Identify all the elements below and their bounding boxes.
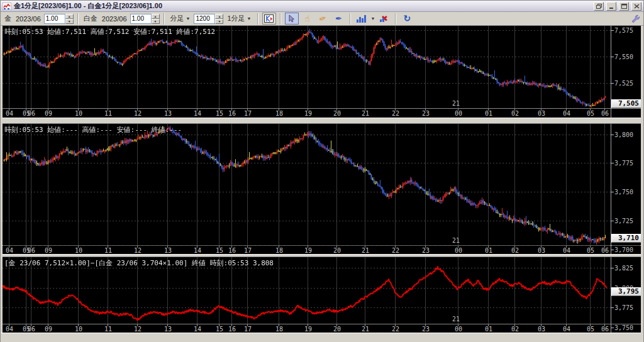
- toolbar: 金 2023/06 ▲▼ 白金 2023/06 ▲▼ 分足 ▼ ▲▼ 1分足 ▼: [1, 12, 643, 26]
- spin-up-icon: ▲: [152, 14, 160, 19]
- time-tick-label: 01: [485, 326, 492, 333]
- time-tick-label: 05: [587, 247, 594, 254]
- time-tick-label: 15: [216, 326, 223, 333]
- time-tick-label: 14: [194, 247, 201, 254]
- price-tick-label: 7,575: [614, 27, 633, 34]
- price-tick: [611, 328, 614, 328]
- window-right-border: [641, 26, 643, 341]
- chart-type-dropdown[interactable]: ▼: [370, 13, 376, 25]
- platinum-multiplier-spinner[interactable]: ▲▼: [130, 14, 160, 24]
- time-tick-label: 18: [275, 247, 283, 254]
- refresh-tool[interactable]: ↻: [400, 13, 414, 25]
- time-tick-label: 04: [6, 326, 13, 333]
- time-tick-label: 17: [244, 110, 252, 117]
- chart-type-tool[interactable]: [355, 13, 369, 25]
- current-price-box: 7,505: [611, 99, 642, 108]
- maximize-button[interactable]: [619, 2, 629, 11]
- time-tick-label: 13: [164, 326, 172, 333]
- value-crosshair-icon: [264, 14, 274, 23]
- price-tick: [611, 307, 614, 308]
- panel-splitter[interactable]: [3, 118, 642, 124]
- select-tool[interactable]: [285, 13, 299, 25]
- time-tick-label: 09: [45, 110, 52, 117]
- time-tick-label: 02: [511, 247, 519, 254]
- pen-tool[interactable]: ✒: [332, 13, 346, 25]
- time-tick-label: 16: [228, 110, 236, 117]
- time-tick-label: 21: [362, 247, 369, 254]
- time-tick-label: 06: [601, 247, 609, 254]
- mini-bars-icon: [380, 14, 384, 22]
- gold-time-axis: 0405060910111213141516171819202122230001…: [3, 108, 642, 118]
- spin-up-icon: ▲: [65, 14, 74, 19]
- pencil-tool[interactable]: ✏: [316, 13, 330, 25]
- time-tick-label: 23: [422, 326, 430, 333]
- separator: [257, 13, 258, 25]
- window-bottom-border: [1, 333, 643, 342]
- gold-ohlc-readout: 時刻:05:53 始値:7,511 高値:7,512 安値:7,511 終値:7…: [4, 27, 215, 36]
- time-tick-label: 21: [362, 326, 369, 333]
- chart-app-window: 金1分足[2023/06]1.00 - 白金1分足[2023/06]1.00 金…: [0, 0, 644, 342]
- time-tick-label: 22: [392, 110, 399, 117]
- time-tick-label: 06: [28, 247, 35, 254]
- time-tick-label: 18: [275, 326, 283, 333]
- price-tick-label: 3,775: [614, 160, 633, 167]
- bar-count-input[interactable]: [194, 14, 215, 24]
- time-tick-label: 05: [587, 110, 594, 117]
- separator: [350, 13, 351, 25]
- bar-chart-icon: [357, 15, 366, 23]
- gold-multiplier-input[interactable]: [44, 14, 65, 24]
- gold-plot: 時刻:05:53 始値:7,511 高値:7,512 安値:7,511 終値:7…: [3, 26, 611, 108]
- chevron-down-icon: ▼: [371, 16, 375, 21]
- time-tick-label: 04: [563, 110, 570, 117]
- price-tick: [611, 83, 614, 84]
- minimize-button[interactable]: [606, 2, 616, 11]
- time-tick-label: 11: [104, 110, 112, 117]
- time-tick-label: 12: [134, 247, 142, 254]
- price-tick-label: 3,825: [614, 265, 633, 272]
- time-tick-label: 22: [392, 326, 399, 333]
- price-tick: [611, 221, 614, 221]
- float-window-button[interactable]: [594, 2, 604, 11]
- time-tick-label: 01: [485, 247, 492, 254]
- price-tick: [611, 135, 614, 135]
- clear-chart-tool[interactable]: ✖: [377, 13, 391, 25]
- bar-count-spinner[interactable]: ▲▼: [194, 14, 223, 24]
- price-tick-label: 3,750: [614, 324, 633, 331]
- app-chart-icon: [3, 3, 11, 10]
- value-crosshair-tool[interactable]: [262, 13, 276, 25]
- gold-candle-panel: 時刻:05:53 始値:7,511 高値:7,512 安値:7,511 終値:7…: [3, 26, 642, 118]
- time-tick-label: 20: [333, 326, 341, 333]
- time-tick-label: 00: [455, 110, 462, 117]
- pencil-icon: ✏: [318, 14, 328, 24]
- close-button[interactable]: [631, 2, 641, 11]
- gold-label: 金: [3, 14, 13, 23]
- price-tick: [611, 163, 614, 163]
- time-tick-label: 10: [75, 110, 82, 117]
- bar-type-dropdown[interactable]: 分足 ▼: [169, 13, 192, 25]
- platinum-contract-month: 2023/06: [101, 15, 128, 23]
- settings-wrench-icon[interactable]: [631, 14, 640, 23]
- time-tick-label: 04: [563, 326, 570, 333]
- interval-dropdown[interactable]: 1分足 ▼: [225, 13, 253, 25]
- platinum-price-axis: 3,8003,7753,7503,7253,7003,710: [611, 124, 642, 254]
- platinum-multiplier-input[interactable]: [130, 14, 152, 24]
- chevron-down-icon: ▼: [247, 16, 252, 21]
- time-tick-label: 17: [244, 247, 252, 254]
- platinum-candlestick-chart[interactable]: [3, 124, 611, 245]
- hand-icon: ☝: [305, 14, 310, 23]
- spread-time-axis: 0405060910111213141516171819202122230001…: [3, 324, 642, 333]
- pan-tool[interactable]: ☝: [301, 13, 314, 25]
- time-tick-label: 00: [455, 247, 462, 254]
- time-tick-label: 10: [75, 326, 82, 333]
- window-title: 金1分足[2023/06]1.00 - 白金1分足[2023/06]1.00: [14, 1, 591, 11]
- time-tick-label: 20: [333, 247, 341, 254]
- gold-multiplier-spinner[interactable]: ▲▼: [44, 14, 74, 24]
- current-price-box: 3,795: [611, 287, 642, 296]
- gold-candlestick-chart[interactable]: [3, 26, 611, 108]
- separator: [280, 13, 281, 25]
- price-tick: [611, 192, 614, 192]
- platinum-ohlc-readout: 時刻:05:53 始値:--- 高値:--- 安値:--- 終値:---: [4, 125, 182, 135]
- price-tick-label: 3,700: [614, 246, 633, 253]
- time-tick-label: 01: [485, 110, 492, 117]
- cursor-arrow-icon: [288, 14, 295, 23]
